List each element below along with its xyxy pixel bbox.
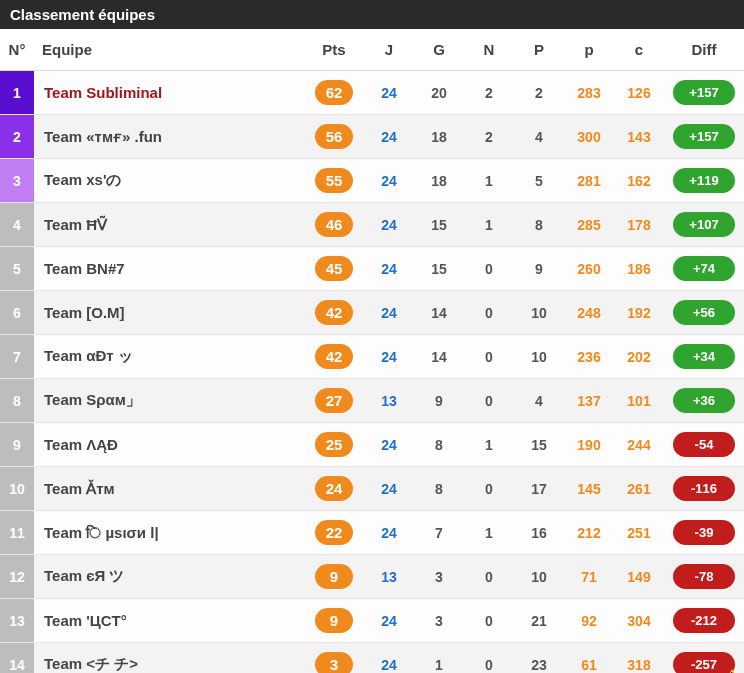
pa-cell: 162 [614, 159, 664, 203]
pa-cell: 101 [614, 379, 664, 423]
rank-cell: 1 [0, 71, 34, 115]
g-cell: 8 [414, 423, 464, 467]
col-pag: c [614, 29, 664, 71]
team-name[interactable]: Team <チ チ> [34, 643, 304, 674]
rank-cell: 10 [0, 467, 34, 511]
panel-title: Classement équipes [0, 0, 744, 29]
team-name[interactable]: Team xs'の [34, 159, 304, 203]
pa-cell: 244 [614, 423, 664, 467]
g-cell: 14 [414, 335, 464, 379]
team-name[interactable]: Team єЯ ツ [34, 555, 304, 599]
p-cell: 23 [514, 643, 564, 674]
col-num: N° [0, 29, 34, 71]
pf-cell: 283 [564, 71, 614, 115]
p-cell: 4 [514, 379, 564, 423]
n-cell: 2 [464, 71, 514, 115]
table-row: 3Team xs'の55241815281162+119 [0, 159, 744, 203]
team-name[interactable]: Team ĦṼ [34, 203, 304, 247]
pts-cell: 22 [304, 511, 364, 555]
team-name[interactable]: Team [O.M] [34, 291, 304, 335]
p-cell: 5 [514, 159, 564, 203]
g-cell: 3 [414, 555, 464, 599]
j-cell: 24 [364, 115, 414, 159]
diff-cell: +157 [664, 71, 744, 115]
diff-cell: +56 [664, 291, 744, 335]
col-g: G [414, 29, 464, 71]
pa-cell: 186 [614, 247, 664, 291]
g-cell: 3 [414, 599, 464, 643]
pa-cell: 143 [614, 115, 664, 159]
team-name[interactable]: Team Sραм」 [34, 379, 304, 423]
pa-cell: 178 [614, 203, 664, 247]
pf-cell: 248 [564, 291, 614, 335]
rank-cell: 5 [0, 247, 34, 291]
pts-cell: 25 [304, 423, 364, 467]
g-cell: 9 [414, 379, 464, 423]
pa-cell: 318 [614, 643, 664, 674]
table-row: 4Team ĦṼ46241518285178+107 [0, 203, 744, 247]
j-cell: 24 [364, 423, 414, 467]
rank-cell: 12 [0, 555, 34, 599]
g-cell: 15 [414, 203, 464, 247]
team-name[interactable]: Team BN#7 [34, 247, 304, 291]
n-cell: 2 [464, 115, 514, 159]
team-name[interactable]: Team αÐт ッ [34, 335, 304, 379]
pts-cell: 9 [304, 599, 364, 643]
p-cell: 10 [514, 555, 564, 599]
pts-cell: 9 [304, 555, 364, 599]
pf-cell: 285 [564, 203, 614, 247]
warning-icon [724, 669, 740, 673]
pts-cell: 42 [304, 291, 364, 335]
p-cell: 16 [514, 511, 564, 555]
pa-cell: 192 [614, 291, 664, 335]
col-j: J [364, 29, 414, 71]
p-cell: 8 [514, 203, 564, 247]
p-cell: 21 [514, 599, 564, 643]
n-cell: 1 [464, 203, 514, 247]
j-cell: 24 [364, 335, 414, 379]
team-name[interactable]: Team 'ЦCТ° [34, 599, 304, 643]
n-cell: 0 [464, 291, 514, 335]
team-name[interactable]: Team ΛĄĐ [34, 423, 304, 467]
diff-cell: -78 [664, 555, 744, 599]
j-cell: 24 [364, 203, 414, 247]
rank-cell: 6 [0, 291, 34, 335]
pf-cell: 190 [564, 423, 614, 467]
pts-cell: 45 [304, 247, 364, 291]
n-cell: 0 [464, 335, 514, 379]
rank-cell: 11 [0, 511, 34, 555]
p-cell: 15 [514, 423, 564, 467]
team-name[interactable]: Team Ǎтм [34, 467, 304, 511]
col-equipe: Equipe [34, 29, 304, 71]
team-name[interactable]: Team ि µѕισи l| [34, 511, 304, 555]
n-cell: 1 [464, 423, 514, 467]
p-cell: 10 [514, 335, 564, 379]
j-cell: 24 [364, 467, 414, 511]
table-row: 10Team Ǎтм24248017145261-116 [0, 467, 744, 511]
pts-cell: 55 [304, 159, 364, 203]
rank-cell: 7 [0, 335, 34, 379]
g-cell: 18 [414, 115, 464, 159]
g-cell: 8 [414, 467, 464, 511]
diff-cell: -39 [664, 511, 744, 555]
rank-cell: 4 [0, 203, 34, 247]
p-cell: 4 [514, 115, 564, 159]
standings-table: N° Equipe Pts J G N P p c Diff 1Team Sub… [0, 29, 744, 673]
pts-cell: 62 [304, 71, 364, 115]
g-cell: 7 [414, 511, 464, 555]
j-cell: 24 [364, 291, 414, 335]
rank-cell: 13 [0, 599, 34, 643]
j-cell: 24 [364, 643, 414, 674]
rank-cell: 9 [0, 423, 34, 467]
pf-cell: 71 [564, 555, 614, 599]
team-name[interactable]: Team «тмғ» .fun [34, 115, 304, 159]
team-name[interactable]: Team Subliminal [34, 71, 304, 115]
pf-cell: 137 [564, 379, 614, 423]
pf-cell: 61 [564, 643, 614, 674]
pts-cell: 46 [304, 203, 364, 247]
pf-cell: 212 [564, 511, 614, 555]
diff-cell: +157 [664, 115, 744, 159]
table-row: 13Team 'ЦCТ°924302192304-212 [0, 599, 744, 643]
n-cell: 0 [464, 555, 514, 599]
rank-cell: 2 [0, 115, 34, 159]
